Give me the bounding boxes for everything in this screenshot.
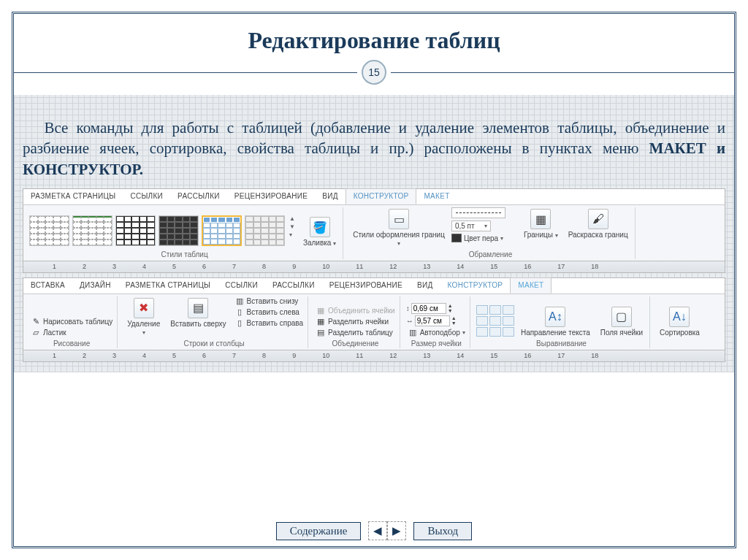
tab-layout-active[interactable]: МАКЕТ — [510, 277, 552, 294]
row-height-icon: ↕ — [406, 304, 410, 312]
ribbon-constructor: РАЗМЕТКА СТРАНИЦЫ ССЫЛКИ РАССЫЛКИ РЕЦЕНЗ… — [23, 188, 725, 273]
insert-row-above-icon: ▤ — [188, 298, 208, 318]
text-direction-icon: A↕ — [545, 307, 565, 327]
insert-left-button[interactable]: ▯Вставить слева — [233, 307, 305, 318]
table-style-thumb[interactable] — [115, 215, 156, 246]
draw-table-button[interactable]: ✎Нарисовать таблицу — [29, 317, 114, 327]
cell-margins-icon: ▢ — [611, 307, 632, 327]
tab-mailings[interactable]: РАССЫЛКИ — [265, 278, 322, 294]
insert-below-button[interactable]: ▥Вставить снизу — [233, 296, 305, 307]
page-number-row: 15 — [14, 60, 734, 85]
exit-button[interactable]: Выход — [413, 522, 472, 540]
tab-view[interactable]: ВИД — [410, 278, 440, 294]
insert-col-right-icon: ▯ — [234, 318, 245, 329]
body-text-run: Все команды для работы с таблицей (добав… — [23, 119, 725, 157]
split-cells-button[interactable]: ▦Разделить ячейки — [314, 317, 397, 327]
footer-nav: Содержание ◀ ▶ Выход — [14, 521, 734, 540]
table-style-thumb-selected[interactable] — [202, 215, 242, 246]
sort-icon: A↓ — [669, 307, 690, 327]
border-style-icon: ▭ — [389, 209, 409, 229]
autofit-button[interactable]: ▥Автоподбор ▾ — [406, 328, 467, 338]
group-merge-label: Объединение — [314, 340, 397, 348]
merge-cells-icon: ▦ — [316, 306, 326, 316]
group-table-styles-label: Стили таблиц — [29, 250, 340, 258]
border-width-selector[interactable]: 0,5 пт▾ — [451, 220, 491, 231]
border-painter-button[interactable]: 🖌 Раскраска границ — [565, 207, 632, 240]
autofit-icon: ▥ — [408, 328, 418, 338]
ribbon-layout: ВСТАВКА ДИЗАЙН РАЗМЕТКА СТРАНИЦЫ ССЫЛКИ … — [23, 277, 725, 362]
tab-references[interactable]: ССЫЛКИ — [218, 278, 265, 294]
tab-page-layout[interactable]: РАЗМЕТКА СТРАНИЦЫ — [118, 278, 218, 294]
split-table-button[interactable]: ▤Разделить таблицу — [314, 328, 397, 338]
prev-arrow-button[interactable]: ◀ — [368, 521, 387, 540]
eraser-icon: ▱ — [31, 328, 41, 338]
borders-icon: ▦ — [530, 209, 551, 229]
page-number-badge: 15 — [362, 60, 386, 85]
group-drawing-label: Рисование — [29, 340, 114, 348]
tab-review[interactable]: РЕЦЕНЗИРОВАНИЕ — [227, 189, 315, 204]
col-width-icon: ↔ — [406, 317, 413, 325]
insert-right-button[interactable]: ▯Вставить справа — [233, 318, 305, 329]
split-table-icon: ▤ — [316, 328, 326, 338]
insert-above-button[interactable]: ▤ Вставить сверху — [167, 296, 229, 329]
group-cell-size-label: Размер ячейки — [406, 340, 467, 348]
tab-design[interactable]: ДИЗАЙН — [72, 278, 118, 294]
table-style-thumb[interactable] — [245, 215, 285, 246]
gallery-more-icon[interactable]: ▾ — [289, 231, 295, 238]
text-direction-button[interactable]: A↕ Направление текста — [517, 305, 594, 338]
cell-margins-button[interactable]: ▢ Поля ячейки — [597, 305, 646, 338]
group-rows-cols-label: Строки и столбцы — [123, 340, 305, 348]
merge-cells-button: ▦Объединить ячейки — [314, 306, 397, 316]
table-style-thumb[interactable] — [29, 215, 69, 246]
split-cells-icon: ▦ — [316, 317, 326, 327]
next-arrow-button[interactable]: ▶ — [387, 521, 406, 540]
delete-icon: ✖ — [134, 298, 154, 318]
group-alignment-label: Выравнивание — [476, 340, 646, 348]
ribbon1-tabs: РАЗМЕТКА СТРАНИЦЫ ССЫЛКИ РАССЫЛКИ РЕЦЕНЗ… — [23, 189, 725, 205]
tab-page-layout[interactable]: РАЗМЕТКА СТРАНИЦЫ — [23, 189, 123, 204]
pen-color-button[interactable]: Цвет пера ▾ — [451, 234, 517, 242]
contents-button[interactable]: Содержание — [276, 522, 362, 540]
border-styles-button[interactable]: ▭ Стили оформления границ▾ — [349, 207, 449, 249]
horizontal-ruler: 123456789101112131415161718 — [23, 261, 725, 272]
tab-references[interactable]: ССЫЛКИ — [123, 189, 170, 204]
delete-button[interactable]: ✖ Удаление▾ — [123, 296, 164, 338]
alignment-grid[interactable] — [476, 305, 514, 337]
row-height-spinner[interactable]: ↕▲▼ — [406, 303, 467, 314]
slide-title: Редактирование таблиц — [14, 27, 734, 54]
gallery-up-icon[interactable]: ▲ — [289, 215, 295, 222]
insert-row-below-icon: ▥ — [234, 296, 245, 307]
table-style-thumb[interactable] — [72, 215, 112, 246]
insert-col-left-icon: ▯ — [234, 307, 245, 318]
tab-layout[interactable]: МАКЕТ — [416, 189, 457, 204]
paint-brush-icon: 🖌 — [588, 209, 608, 229]
paint-bucket-icon: 🪣 — [310, 217, 330, 237]
body-text: Все команды для работы с таблицей (добав… — [23, 118, 725, 180]
tab-review[interactable]: РЕЦЕНЗИРОВАНИЕ — [322, 278, 410, 294]
group-data-label — [656, 340, 703, 348]
group-border-label: Обрамление — [349, 250, 631, 258]
tab-insert[interactable]: ВСТАВКА — [23, 278, 72, 294]
col-width-spinner[interactable]: ↔▲▼ — [406, 315, 467, 326]
pen-color-icon — [451, 234, 462, 242]
tab-constructor[interactable]: КОНСТРУКТОР — [346, 188, 417, 204]
tab-view[interactable]: ВИД — [315, 189, 346, 204]
pencil-icon: ✎ — [31, 317, 41, 327]
border-line-style-selector[interactable] — [451, 207, 505, 218]
gallery-down-icon[interactable]: ▼ — [289, 223, 295, 230]
sort-button[interactable]: A↓ Сортировка — [656, 305, 703, 338]
tab-mailings[interactable]: РАССЫЛКИ — [170, 189, 227, 204]
ribbon2-tabs: ВСТАВКА ДИЗАЙН РАЗМЕТКА СТРАНИЦЫ ССЫЛКИ … — [23, 278, 725, 294]
horizontal-ruler-2: 123456789101112131415161718 — [23, 350, 725, 361]
table-style-thumb[interactable] — [159, 215, 199, 246]
eraser-button[interactable]: ▱Ластик — [29, 328, 114, 338]
borders-button[interactable]: ▦ Границы ▾ — [520, 207, 562, 241]
fill-button[interactable]: 🪣 Заливка ▾ — [299, 215, 340, 249]
tab-constructor[interactable]: КОНСТРУКТОР — [440, 278, 511, 294]
